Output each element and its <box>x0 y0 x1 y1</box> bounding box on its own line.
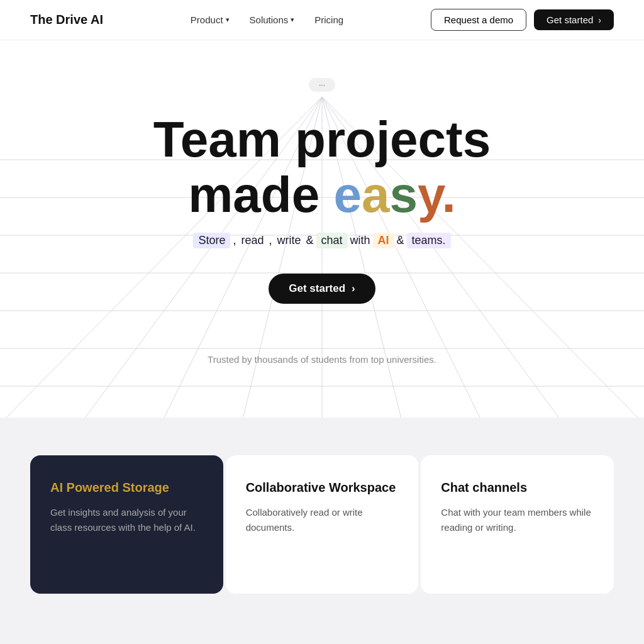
chevron-down-icon: ▾ <box>226 16 230 24</box>
subtitle-read: read <box>238 233 266 248</box>
navbar: The Drive AI Product ▾ Solutions ▾ Prici… <box>0 0 644 40</box>
hero-title: Team projects made easy. <box>153 112 491 223</box>
feature-title-chat: Chat channels <box>441 480 594 495</box>
features-grid: AI Powered Storage Get insights and anal… <box>30 455 614 594</box>
logo[interactable]: The Drive AI <box>30 13 103 27</box>
hero-subtitle: Store , read , write & chat with AI & te… <box>153 233 491 248</box>
nav-links: Product ▾ Solutions ▾ Pricing <box>183 11 351 29</box>
nav-pricing[interactable]: Pricing <box>307 11 351 29</box>
features-section: AI Powered Storage Get insights and anal… <box>0 418 644 644</box>
feature-desc-chat: Chat with your team members while readin… <box>441 505 594 535</box>
arrow-right-icon: › <box>598 15 601 25</box>
get-started-nav-button[interactable]: Get started › <box>534 9 614 30</box>
subtitle-store: Store <box>193 233 230 248</box>
feature-desc-collaborative: Collaboratively read or write documents. <box>246 505 399 535</box>
request-demo-button[interactable]: Request a demo <box>431 9 526 31</box>
hero-section: .grid-line { stroke: #d0d0d8; stroke-wid… <box>0 40 644 418</box>
feature-title-collaborative: Collaborative Workspace <box>246 480 399 495</box>
feature-card-chat: Chat channels Chat with your team member… <box>421 455 614 594</box>
trust-text: Trusted by thousands of students from to… <box>153 354 491 365</box>
hero-title-line2: made easy. <box>153 167 491 223</box>
arrow-right-icon: › <box>352 282 355 295</box>
feature-title-ai-storage: AI Powered Storage <box>50 480 203 495</box>
subtitle-chat: chat <box>316 233 348 248</box>
subtitle-write: write <box>274 233 303 248</box>
get-started-hero-button[interactable]: Get started › <box>269 274 375 304</box>
feature-card-ai-storage: AI Powered Storage Get insights and anal… <box>30 455 223 594</box>
nav-product[interactable]: Product ▾ <box>183 11 237 29</box>
chevron-down-icon: ▾ <box>291 16 294 24</box>
subtitle-ai: AI <box>373 233 394 248</box>
feature-card-collaborative: Collaborative Workspace Collaboratively … <box>226 455 419 594</box>
hero-content: Team projects made easy. Store , read , … <box>153 112 491 365</box>
hero-badge: ··· <box>309 78 335 92</box>
subtitle-teams: teams. <box>407 233 451 248</box>
feature-desc-ai-storage: Get insights and analysis of your class … <box>50 505 203 535</box>
nav-actions: Request a demo Get started › <box>431 9 614 31</box>
nav-solutions[interactable]: Solutions ▾ <box>242 11 303 29</box>
